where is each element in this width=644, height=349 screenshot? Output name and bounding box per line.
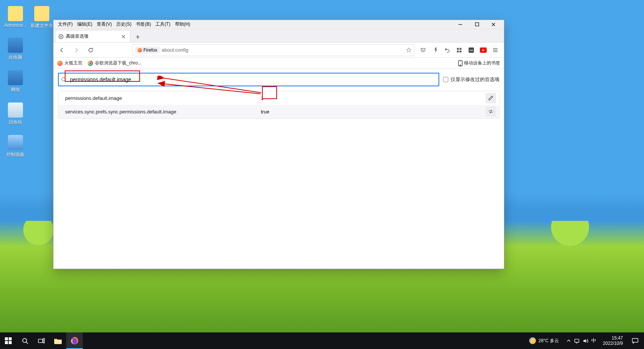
extension-button-youtube[interactable] xyxy=(478,44,489,56)
menu-history[interactable]: 历史(S) xyxy=(114,20,134,28)
svg-rect-24 xyxy=(632,338,638,342)
taskbar: 28°C 多云 中 15:47 2022/10/9 xyxy=(0,332,644,349)
window-minimize-button[interactable] xyxy=(452,20,469,29)
desktop-icon-this-pc[interactable]: 此电脑 xyxy=(2,38,29,61)
network-icon xyxy=(8,70,23,85)
arrow-left-icon xyxy=(59,47,65,53)
modified-only-label: 仅显示修改过的首选项 xyxy=(451,76,499,83)
desktop-icon-network[interactable]: 网络 xyxy=(2,70,29,93)
new-tab-button[interactable] xyxy=(132,32,143,42)
pref-name: permissions.default.image xyxy=(58,95,258,101)
gear-icon xyxy=(58,34,64,39)
menubar: 文件(F) 编辑(E) 查看(V) 历史(S) 书签(B) 工具(T) 帮助(H… xyxy=(53,20,504,29)
menu-edit[interactable]: 编辑(E) xyxy=(75,20,94,28)
svg-rect-20 xyxy=(43,338,44,343)
extension-button-2[interactable] xyxy=(442,44,453,56)
search-row: 仅显示修改过的首选项 xyxy=(58,73,499,86)
menu-tools[interactable]: 工具(T) xyxy=(153,20,172,28)
url-identity-badge[interactable]: Firefox xyxy=(135,47,160,54)
modified-only-input[interactable] xyxy=(443,77,448,82)
menu-view[interactable]: 查看(V) xyxy=(94,20,114,28)
undo-icon xyxy=(444,47,450,53)
modified-only-checkbox[interactable]: 仅显示修改过的首选项 xyxy=(443,76,499,83)
desktop-icon-label: 控制面板 xyxy=(2,152,29,158)
bookmark-firefox-home[interactable]: 火狐主页 xyxy=(57,60,82,66)
pref-table: permissions.default.image 1 services.syn… xyxy=(58,91,499,119)
tab-title: 高级首选项 xyxy=(66,33,88,40)
desktop-icon-label: 新建文件夹 xyxy=(29,23,55,29)
pref-search-input[interactable] xyxy=(58,73,439,86)
desktop-icon-label: 回收站 xyxy=(2,119,29,126)
taskbar-explorer[interactable] xyxy=(50,332,66,349)
bookmark-star-button[interactable] xyxy=(406,47,412,53)
svg-rect-17 xyxy=(9,341,12,344)
pref-edit-button[interactable] xyxy=(486,93,496,103)
svg-rect-14 xyxy=(5,337,8,340)
svg-rect-16 xyxy=(5,341,8,344)
task-view-button[interactable] xyxy=(33,332,50,349)
extension-button-selenium[interactable]: Se xyxy=(466,44,477,56)
menu-file[interactable]: 文件(F) xyxy=(56,20,75,28)
star-icon xyxy=(406,47,412,53)
close-icon xyxy=(491,22,496,27)
bookmark-chrome-download[interactable]: 谷歌浏览器下载_chro... xyxy=(88,60,142,66)
window-maximize-button[interactable] xyxy=(469,20,485,29)
search-button[interactable] xyxy=(17,332,33,349)
svg-rect-21 xyxy=(54,340,62,344)
desktop-icon-control-panel[interactable]: 控制面板 xyxy=(2,135,29,158)
pref-value: true xyxy=(258,109,483,115)
back-button[interactable] xyxy=(56,44,68,56)
extension-button-1[interactable] xyxy=(429,44,441,56)
extension-button-3[interactable] xyxy=(454,44,465,56)
tray-system-icons[interactable]: 中 xyxy=(564,332,598,349)
tray-weather[interactable]: 28°C 多云 xyxy=(526,332,562,349)
tab-close-button[interactable] xyxy=(120,33,127,40)
menu-help[interactable]: 帮助(H) xyxy=(173,20,193,28)
desktop-icon-administrator[interactable]: Administr... xyxy=(2,6,29,28)
selenium-icon: Se xyxy=(468,47,474,53)
taskbar-pinned xyxy=(50,332,83,349)
pref-toggle-button[interactable] xyxy=(486,106,496,117)
folder-icon xyxy=(34,6,49,21)
reload-button[interactable] xyxy=(85,44,96,56)
save-to-pocket-button[interactable] xyxy=(417,44,429,56)
swap-icon xyxy=(488,109,493,114)
app-menu-button[interactable] xyxy=(490,44,501,56)
svg-text:Se: Se xyxy=(469,49,473,52)
close-icon xyxy=(122,35,125,38)
firefox-window: 文件(F) 编辑(E) 查看(V) 历史(S) 书签(B) 工具(T) 帮助(H… xyxy=(53,20,504,269)
forward-button[interactable] xyxy=(71,44,82,56)
task-view-icon xyxy=(38,338,45,343)
tray-clock[interactable]: 15:47 2022/10/9 xyxy=(601,332,625,349)
ime-indicator[interactable]: 中 xyxy=(591,337,596,344)
svg-point-10 xyxy=(460,65,461,66)
tab-about-config[interactable]: 高级首选项 xyxy=(55,30,130,42)
window-close-button[interactable] xyxy=(485,20,502,29)
desktop-icon-recycle[interactable]: 回收站 xyxy=(2,103,29,126)
arrow-right-icon xyxy=(73,47,79,53)
pref-row[interactable]: services.sync.prefs.sync.permissions.def… xyxy=(58,105,499,118)
notification-icon xyxy=(632,338,638,344)
desktop-icon-new-folder[interactable]: 新建文件夹 xyxy=(29,6,55,29)
hamburger-icon xyxy=(492,47,498,53)
pencil-icon xyxy=(488,95,493,101)
computer-icon xyxy=(8,38,23,53)
taskbar-firefox[interactable] xyxy=(66,332,83,349)
bookmarks-toolbar: 火狐主页 谷歌浏览器下载_chro... 移动设备上的书签 xyxy=(53,58,504,69)
url-bar[interactable]: Firefox about:config xyxy=(132,44,414,56)
svg-rect-0 xyxy=(475,23,479,26)
firefox-icon xyxy=(57,61,62,66)
start-button[interactable] xyxy=(0,332,17,349)
menu-bookmarks[interactable]: 书签(B) xyxy=(134,20,153,28)
svg-rect-5 xyxy=(460,51,461,52)
bookmark-mobile-devices[interactable]: 移动设备上的书签 xyxy=(458,60,500,66)
svg-rect-3 xyxy=(460,48,461,50)
clock-date: 2022/10/9 xyxy=(603,341,623,346)
pref-row[interactable]: permissions.default.image 1 xyxy=(58,91,499,105)
tab-strip: 高级首选项 xyxy=(53,29,504,43)
pref-action xyxy=(483,93,499,103)
plus-icon xyxy=(135,34,140,40)
tray-notifications[interactable] xyxy=(627,332,642,349)
folder-icon xyxy=(8,6,23,21)
desktop-icon-label: 网络 xyxy=(2,87,29,93)
